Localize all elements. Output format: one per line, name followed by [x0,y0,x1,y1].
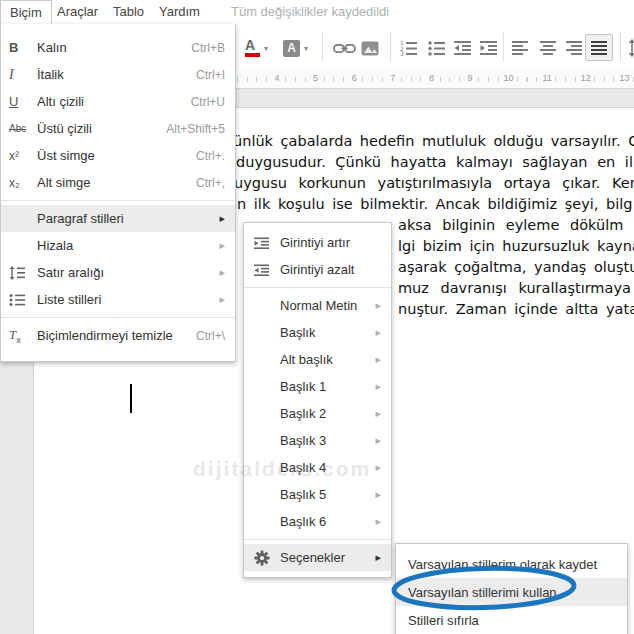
shortcut-label: Alt+Shift+5 [166,122,225,136]
submenu-arrow-icon: ▸ [375,551,381,564]
menu-araclar[interactable]: Araçlar [48,0,107,23]
image-icon [361,41,379,56]
menu-item-normal-text[interactable]: Normal Metin ▸ [244,292,391,319]
menu-item-line-spacing[interactable]: Satır aralığı ▸ [1,259,235,286]
highlight-color-button[interactable]: A ▾ [283,36,308,60]
menu-item-align[interactable]: Hizala ▸ [1,232,235,259]
menu-item-subscript[interactable]: x₂ Alt simge Ctrl+, [1,169,235,196]
menu-item-reset-styles[interactable]: Stilleri sıfırla [396,606,627,634]
align-center-icon [540,40,557,56]
menu-item-superscript[interactable]: x² Üst simge Ctrl+. [1,142,235,169]
menu-item-options[interactable]: Seçenekler ▸ [244,544,391,571]
submenu-arrow-icon: ▸ [219,293,225,306]
text-color-button[interactable]: A ▾ [245,36,268,60]
menu-item-label: Başlık 4 [280,460,367,475]
insert-link-button[interactable] [333,36,356,60]
menu-item-label: Stilleri sıfırla [408,613,615,628]
menu-item-heading-1[interactable]: Başlık 1 ▸ [244,373,391,400]
menu-item-heading-2[interactable]: Başlık 2 ▸ [244,400,391,427]
menu-item-paragraph-styles[interactable]: Paragraf stilleri ▸ [1,205,235,232]
menu-item-heading-3[interactable]: Başlık 3 ▸ [244,427,391,454]
shortcut-label: Ctrl+. [196,149,225,163]
menu-bicim[interactable]: Biçim [0,0,52,24]
ruler-number: 11 [541,73,554,83]
ruler-number: 4 [272,73,281,83]
menu-item-label: Varsayılan stillerimi kullan [408,585,615,600]
menu-item-bold[interactable]: B Kalın Ctrl+B [1,34,235,61]
menu-item-title[interactable]: Başlık ▸ [244,319,391,346]
bulleted-list-button[interactable] [428,36,446,60]
menu-yardim[interactable]: Yardım [150,0,209,23]
toolbar-separator [620,32,621,62]
chevron-down-icon: ▾ [304,44,308,53]
superscript-icon: x² [9,149,37,163]
line-spacing-button[interactable] [626,36,634,60]
increase-indent-button[interactable] [480,36,498,60]
menu-separator [1,200,235,201]
format-menu: B Kalın Ctrl+B I İtalik Ctrl+I U Altı çi… [0,24,236,362]
menu-item-label: Başlık 2 [280,406,367,421]
menu-item-italic[interactable]: I İtalik Ctrl+I [1,61,235,88]
shortcut-label: Ctrl+, [196,176,225,190]
menu-item-label: Alt simge [37,175,188,190]
align-left-icon [512,40,529,56]
insert-image-button[interactable] [361,36,379,60]
document-text-line: aksa bilginin eyleme dökülm [398,217,623,233]
submenu-arrow-icon: ▸ [219,239,225,252]
menu-item-use-my-default-styles[interactable]: Varsayılan stillerimi kullan [396,578,627,606]
align-left-button[interactable] [512,36,529,60]
align-right-icon [566,40,583,56]
text-color-icon: A [245,39,260,57]
numbered-list-button[interactable]: 1 2 3 [400,36,418,60]
subscript-icon: x₂ [9,176,37,190]
svg-text:3: 3 [400,50,404,56]
justify-button[interactable] [585,34,613,61]
increase-indent-icon [480,40,498,56]
menu-item-heading-6[interactable]: Başlık 6 ▸ [244,508,391,535]
menu-item-clear-formatting[interactable]: Tx Biçimlendirmeyi temizle Ctrl+\ [1,322,235,349]
ruler-number: 8 [427,73,436,83]
menu-separator [244,287,391,288]
menu-item-label: Başlık [280,325,367,340]
submenu-arrow-icon: ▸ [375,461,381,474]
decrease-indent-icon [254,264,280,276]
menu-tablo[interactable]: Tablo [104,0,153,23]
menu-item-increase-indent[interactable]: Girintiyi artır [244,229,391,256]
shortcut-label: Ctrl+I [196,68,225,82]
menu-item-underline[interactable]: U Altı çizili Ctrl+U [1,88,235,115]
submenu-arrow-icon: ▸ [219,266,225,279]
ruler-number: 5 [311,73,320,83]
menu-item-save-as-default-styles[interactable]: Varsayılan stillerim olarak kaydet [396,550,627,578]
options-menu: Varsayılan stillerim olarak kaydet Varsa… [395,543,628,634]
menu-item-label: Satır aralığı [37,265,211,280]
menu-item-label: Başlık 1 [280,379,367,394]
menu-item-label: Girintiyi azalt [280,262,381,277]
decrease-indent-button[interactable] [454,36,472,60]
menu-item-strikethrough[interactable]: Abc Üstü çizili Alt+Shift+5 [1,115,235,142]
menu-item-heading-5[interactable]: Başlık 5 ▸ [244,481,391,508]
menu-item-subtitle[interactable]: Alt başlık ▸ [244,346,391,373]
menu-item-label: Hizala [37,238,211,253]
save-status: Tüm değişiklikler kaydedildi [231,0,389,23]
menu-item-list-styles[interactable]: Liste stilleri ▸ [1,286,235,313]
submenu-arrow-icon: ▸ [375,380,381,393]
align-center-button[interactable] [540,36,557,60]
menu-item-decrease-indent[interactable]: Girintiyi azalt [244,256,391,283]
menu-item-heading-4[interactable]: Başlık 4 ▸ [244,454,391,481]
menu-item-label: Varsayılan stillerim olarak kaydet [408,557,615,572]
submenu-arrow-icon: ▸ [375,434,381,447]
shortcut-label: Ctrl+\ [196,329,225,343]
menu-item-label: Girintiyi artır [280,235,381,250]
highlight-color-icon: A [283,40,300,57]
menu-item-label: İtalik [37,67,188,82]
menu-item-label: Başlık 6 [280,514,367,529]
italic-icon: I [9,67,37,83]
shortcut-label: Ctrl+U [191,95,225,109]
ruler-number: 6 [350,73,359,83]
ruler-number: 13 [617,73,631,83]
ruler-number: 9 [465,73,474,83]
shortcut-label: Ctrl+B [191,41,225,55]
submenu-arrow-icon: ▸ [375,515,381,528]
align-right-button[interactable] [566,36,583,60]
menu-item-label: Seçenekler [280,550,367,565]
